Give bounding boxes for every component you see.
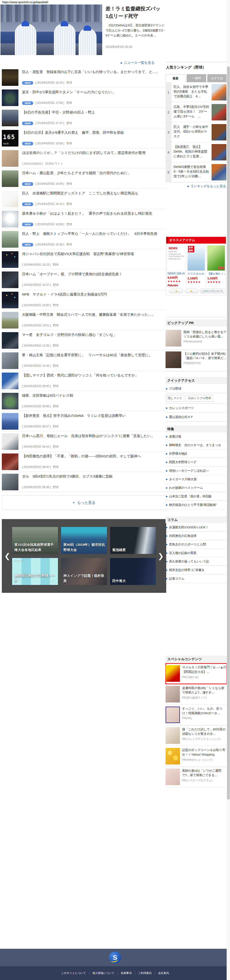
scrollbar-track[interactable] <box>227 0 230 980</box>
pickup-pr-item[interactable]: 医師「宿便出し切ると痩せるアソコを綺麗にしたら黒い脂… PR(minorinom… <box>165 328 227 350</box>
article-title[interactable]: 巨人・野上 連敗ストップへ平常心「一人一人に向かっていくだけ」 6日今季初先発 <box>22 231 166 236</box>
ad-product[interactable]: 599 【夏が来た！ク 1,428円 ★★★★★ <box>206 243 226 288</box>
article-title[interactable]: 巨人・原監督 登録抹消の山下に言及「いいもの持っている。またやってきて、と…」 <box>22 69 166 75</box>
feature-link[interactable]: ▶ 虎番日報 <box>165 432 227 441</box>
ad-next-button[interactable]: ▶ <box>185 289 199 293</box>
article-title[interactable]: 坂本勇＆小林が「おはよう！起きた？」 選手の声で起きられる目覚まし時計発売 <box>22 211 166 216</box>
feature-link[interactable]: ▶ 鶴崎唯史 次のスターは、オリまっせ <box>165 441 227 449</box>
product-link[interactable]: クリスタルガイ <box>187 272 205 276</box>
quick-tag-chip[interactable]: 日めくりプロ野球 <box>186 395 213 402</box>
special-content-item[interactable]: 話題のポップコーンをお取り寄せ！＞Yahoo! Shopping PR(Yaho… <box>165 746 227 767</box>
ranking-item[interactable]: 4 【槙原寛己 視点】DeNA、初回の神里盗塁に表れたラミ監督… <box>165 142 227 162</box>
quick-link-pro-yakyu[interactable]: ▶ プロ野球 <box>165 384 227 393</box>
article-title[interactable]: 誉・林山主将「記憶に残る選手宣誓に」 リハーサルは60点「夜改善して完璧に」 <box>22 352 166 358</box>
load-more-button[interactable]: ▼ もっと見る <box>2 495 166 510</box>
news-list-item[interactable]: 165 km/h 【5日の公示】楽天が6選手入れ替え 藤平、西巻、田中和を登録 … <box>2 128 166 148</box>
quick-link[interactable]: ▶ 栗山英樹公式ＨＰ <box>165 413 227 422</box>
feature-link[interactable]: ▶ 矢野燿大物語 <box>165 449 227 458</box>
product-link[interactable]: NEWS 15th Ann <box>168 272 185 275</box>
news-list-item[interactable]: 日本ハム西川、母校にエール 自身は智弁和歌山の“ジンクス”に発奮「見返したい」 … <box>2 431 166 452</box>
pr-title[interactable]: 【ジム解約が続出】金子賢(46)「腹筋バキバキ、家で簡単だ… <box>184 352 227 361</box>
carousel-tile[interactable]: 田中将大 <box>110 558 156 585</box>
article-title[interactable]: 大阪桐蔭・中野主将 開会式リハで一人で行進、優勝旗返還「全員で来たかった…」 <box>22 312 166 317</box>
footer-link[interactable]: 個人情報について <box>89 971 118 975</box>
carousel-tile[interactable]: 菊池雄星 <box>110 527 156 554</box>
quick-tag-chip[interactable]: 隠しマイク <box>165 395 184 402</box>
article-title[interactable]: 日本ハム「オープナー」堀、プロ野球で異例の2試合連続先発！ <box>22 272 166 277</box>
news-list-item[interactable]: ほぼ全員のシミが…？「シミだらけの顔にまず試してみて」渡辺美奈代が愛用 [ SP… <box>2 148 166 169</box>
footer-link[interactable]: このサイトについて <box>58 971 89 975</box>
special-title[interactable]: 医師の妻(41)「シワが二週間で?」家で簡単にできる… <box>182 768 227 778</box>
ad-product[interactable]: NEWS NEWS 15th Anniversary LIVE 2018 “St… <box>166 243 186 288</box>
feature-link[interactable]: ▶ 関西大学野球リーグ <box>165 458 227 466</box>
ad-prev-button[interactable]: ◀ <box>169 289 183 293</box>
ranking-title[interactable]: DeNA3連勝で首位肉薄0・5差！今永5回1失点粘投で2年ぶり10勝… <box>171 162 212 182</box>
column-link[interactable]: ▶ 桜井克也の球界“人”筆書き <box>165 566 227 574</box>
special-content-item[interactable]: 娘「これだけ試して」60代母の頑固なシミが驚きの方… PR(プレミアアンチエイジ… <box>165 725 227 746</box>
product-link[interactable]: 【夏が来た！ク <box>207 272 225 276</box>
article-title[interactable]: ダル 5回4安打1失点の好投で4勝目、カブス3連勝に貢献 <box>22 474 166 479</box>
special-title[interactable]: すっごく、いい、もの、見つけ！情報満載のAfnポータ… <box>182 706 227 716</box>
news-list-item[interactable]: NPB ヤクルト・ドラ4浜田に厳重注意と制裁金5万円 [ 2019年8月5日 1… <box>2 290 166 310</box>
ranking-item[interactable]: 5 DeNA3連勝で首位肉薄0・5差！今永5回1失点粘投で2年ぶり10勝… <box>165 162 227 182</box>
news-list-item[interactable]: 【内田雅也の追球】「不運」「敗戦」の後――2回KOの岩田、そして阪神へ [ 20… <box>2 452 166 472</box>
carousel-tile[interactable]: 神スイングで話題！稲村亜美 <box>61 558 107 585</box>
news-list-item[interactable]: 日本ハム「オープナー」堀、プロ野球で異例の2試合連続先発！ [ 2019年8月5… <box>2 270 166 290</box>
footer-link[interactable]: 免責事項 <box>118 971 135 975</box>
column-link[interactable]: ▶ 宮入徹の記録の風景 <box>165 549 227 557</box>
news-list-item[interactable]: 【新井貴浩 視点】投手力強みのDeNA ラミレス監督は決断早い [ 2019年8… <box>2 411 166 431</box>
ranking-title[interactable]: 【槙原寛己 視点】DeNA、初回の神里盗塁に表れたラミ監督… <box>171 142 212 162</box>
article-title[interactable]: 日本ハム・栗山監督、少年たちとアオダモ植樹「次の世代のために」 <box>22 170 166 175</box>
hero-title[interactable]: 差！ラミ監督継投ズバッ 1点リード死守 <box>106 5 167 20</box>
article-title[interactable]: マー君 女子ゴルフ・渋野日向子の快挙に感心「すごいな」 <box>22 332 166 337</box>
special-content-item[interactable]: 皮膚科医の妻(46)「シミなら家で簡単だよ?」凄すぎ… PR(安心健康ライフ) <box>165 684 227 705</box>
news-list-item[interactable]: ダル 5回4安打1失点の好投で4勝目、カブス3連勝に貢献 [ 2019年8月5日… <box>2 472 166 492</box>
ranking-title[interactable]: 巨人 捕手・小林を途中交代、4回から岸田がマスク <box>171 122 212 142</box>
footer-link[interactable]: 会社案内 <box>155 971 172 975</box>
article-title[interactable]: 侍ジャパン壮行試合で高校VS大学応援合戦 習志野“美爆音”が神宮登場 <box>22 251 166 256</box>
special-content-item[interactable]: すっごく、いい、もの、見つけ！情報満載のAfnポータ… PR(Afn) <box>165 705 227 725</box>
special-title[interactable]: 話題のポップコーンをお取り寄せ！＞Yahoo! Shopping <box>182 748 227 757</box>
carousel-tile[interactable]: スカパー！ 倉持明日香のプロ野球トーク <box>12 558 58 585</box>
special-content-item[interactable]: 医師の妻(41)「シワが二週間で?」家で簡単にできる… PR(ドクタープログラム… <box>165 767 227 788</box>
news-list-item[interactable]: 大阪桐蔭・中野主将 開会式リハで一人で行進、優勝旗返還「全員で来たかった…」 [… <box>2 310 166 330</box>
news-list-item[interactable]: 【隠しマイク】西武・熊代に源田がツッコミ「何を狙っているんですか」 [ 2019… <box>2 371 166 391</box>
news-list-item[interactable]: 楽天・田中が1軍合流即スタメン「チームの力になりたい」 NEW [ 2019年8… <box>2 88 166 108</box>
news-list-item[interactable]: 侍ジャパン壮行試合で高校VS大学応援合戦 習志野“美爆音”が神宮登場 [ 201… <box>2 250 166 270</box>
carousel-tile[interactable]: 第101回全国高校野球選手権大会各地区結果 <box>12 527 58 554</box>
news-list-item[interactable]: 坂本勇＆小林が「おはよう！起きた？」 選手の声で起きられる目覚まし時計発売 NE… <box>2 209 166 229</box>
news-list-item[interactable]: 誉・林山主将「記憶に残る選手宣誓に」 リハーサルは60点「夜改善して完璧に」 [… <box>2 350 166 371</box>
news-list-item[interactable]: マー君 女子ゴルフ・渋野日向子の快挙に感心「すごいな」 [ 2019年8月5日 … <box>2 330 166 350</box>
ranking-item[interactable]: 3 巨人 捕手・小林を途中交代、4回から岸田がマスク <box>165 122 227 142</box>
scrollbar-thumb[interactable] <box>227 67 230 799</box>
news-list-item[interactable]: 巨人・原監督 登録抹消の山下に言及「いいもの持っている。またやってきて、と…」 … <box>2 67 166 88</box>
special-title[interactable]: マイルＧＩの登竜門！◎→○▲穴【関屋記念３点】… <box>182 665 227 675</box>
news-list-item[interactable]: 日本ハム・栗山監督、少年たちとアオダモ植樹「次の世代のために」 NEW [ 20… <box>2 169 166 189</box>
article-title[interactable]: 【5日の公示】楽天が6選手入れ替え 藤平、西巻、田中和を登録 <box>22 130 166 135</box>
feature-link[interactable]: ▶ タイガース川柳大賞 <box>165 475 227 484</box>
ranking-title[interactable]: 巨人、拙攻＆拙守で今季初の5連敗 またも守乱で決勝点献上 4… <box>171 82 212 102</box>
special-title[interactable]: 皮膚科医の妻(46)「シミなら家で簡単だよ?」凄すぎ… <box>182 686 227 695</box>
carousel-prev-icon[interactable]: ❮ <box>4 552 10 560</box>
article-title[interactable]: NPB ヤクルト・ドラ4浜田に厳重注意と制裁金5万円 <box>22 292 166 297</box>
ad-product[interactable]: 送料無料 クリスタルガイ 2,168円 ★★★★★ <box>186 243 206 288</box>
article-title[interactable]: 【隠しマイク】西武・熊代に源田がツッコミ「何を狙っているんですか」 <box>22 372 166 378</box>
special-title[interactable]: 娘「これだけ試して」60代母の頑固なシミが驚きの方… <box>182 727 227 737</box>
ad-about-link[interactable]: このリンクについて <box>200 289 224 293</box>
carousel-tile[interactable]: 第90回（2019年）都市対抗野球大会 <box>61 527 107 554</box>
ranking-title[interactable]: 広島、今季2度目のV字回復で混セ演出！ 2ゲーム差に3チーム … <box>171 102 212 122</box>
pr-title[interactable]: 医師「宿便出し切ると痩せるアソコを綺麗にしたら黒い脂… <box>184 330 227 339</box>
news-list-link[interactable]: ニュース一覧を見る <box>124 60 154 65</box>
pickup-pr-item[interactable]: 【ジム解約が続出】金子賢(46)「腹筋バキバキ、家で簡単だ… PR(BIZENT… <box>165 350 227 371</box>
feature-link[interactable]: ▶ 柳沢慎吾のひとり甲子園“再現動画” <box>165 501 227 509</box>
carousel-next-icon[interactable]: ❯ <box>158 552 164 560</box>
article-title[interactable]: 【内田雅也の追球】「不運」「敗戦」の後――2回KOの岩田、そして阪神へ <box>22 453 166 459</box>
article-title[interactable]: 楽天・田中が1軍合流即スタメン「チームの力になりたい」 <box>22 89 166 95</box>
article-title[interactable]: 日本ハム西川、母校にエール 自身は智弁和歌山の“ジンクス”に発奮「見返したい」 <box>22 433 166 438</box>
news-list-item[interactable]: 【6日の予告先発】中日・大野雄VS巨人・野上 NEW [ 2019年8月5日 1… <box>2 108 166 128</box>
column-link[interactable]: ▶ 長久保豊の撮ってもいい？話 <box>165 557 227 566</box>
quick-link[interactable]: ▶ カレッジスポーツ <box>165 404 227 413</box>
ranking-item[interactable]: 2 広島、今季2度目のV字回復で混セ演出！ 2ゲーム差に3チーム … <box>165 102 227 122</box>
feature-link[interactable]: ▶ 山本浩二監督「我が道」特別版 <box>165 492 227 501</box>
column-link[interactable]: ▶ 内田雅也の広角追球 <box>165 532 227 540</box>
